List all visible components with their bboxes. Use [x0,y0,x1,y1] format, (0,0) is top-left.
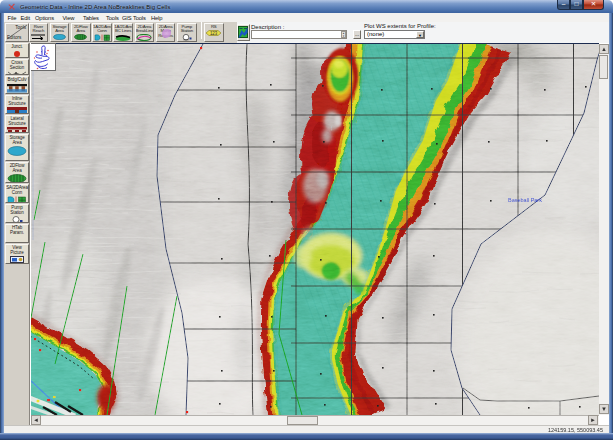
svg-text:123: 123 [210,31,218,36]
